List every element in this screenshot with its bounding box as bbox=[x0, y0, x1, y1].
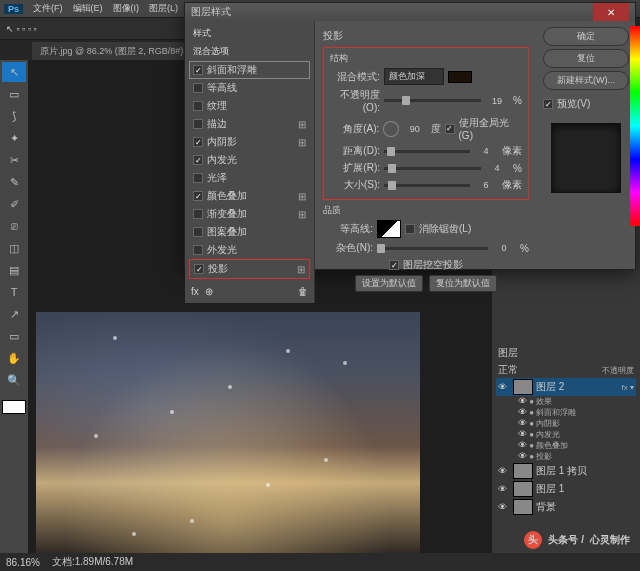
plus-icon[interactable]: ⊞ bbox=[298, 209, 306, 220]
visibility-icon[interactable]: 👁 bbox=[518, 407, 527, 417]
layer-row[interactable]: 👁 ● 内发光 bbox=[496, 429, 636, 440]
style-item[interactable]: 光泽 bbox=[189, 169, 310, 187]
add-icon[interactable]: ⊕ bbox=[205, 286, 213, 297]
gradient-tool[interactable]: ▤ bbox=[2, 260, 26, 280]
shape-tool[interactable]: ▭ bbox=[2, 326, 26, 346]
style-item[interactable]: 描边⊞ bbox=[189, 115, 310, 133]
visibility-icon[interactable]: 👁 bbox=[518, 429, 527, 439]
lasso-tool[interactable]: ⟆ bbox=[2, 106, 26, 126]
style-item[interactable]: 渐变叠加⊞ bbox=[189, 205, 310, 223]
blend-options[interactable]: 混合选项 bbox=[189, 43, 310, 60]
layer-thumb[interactable] bbox=[513, 463, 533, 479]
wand-tool[interactable]: ✦ bbox=[2, 128, 26, 148]
layer-thumb[interactable] bbox=[513, 379, 533, 395]
menu-file[interactable]: 文件(F) bbox=[29, 2, 67, 15]
style-checkbox[interactable] bbox=[193, 191, 203, 201]
layer-row[interactable]: 👁 ● 投影 bbox=[496, 451, 636, 462]
style-checkbox[interactable] bbox=[193, 101, 203, 111]
layer-name[interactable]: 背景 bbox=[536, 500, 556, 514]
style-checkbox[interactable] bbox=[194, 264, 204, 274]
style-item[interactable]: 图案叠加 bbox=[189, 223, 310, 241]
brush-tool[interactable]: ✐ bbox=[2, 194, 26, 214]
preview-checkbox[interactable] bbox=[543, 99, 553, 109]
visibility-icon[interactable]: 👁 bbox=[518, 451, 527, 461]
visibility-icon[interactable]: 👁 bbox=[518, 396, 527, 406]
zoom-level[interactable]: 86.16% bbox=[6, 557, 40, 568]
style-item[interactable]: 纹理 bbox=[189, 97, 310, 115]
menu-edit[interactable]: 编辑(E) bbox=[69, 2, 107, 15]
cancel-button[interactable]: 复位 bbox=[543, 49, 629, 68]
knockout-checkbox[interactable] bbox=[389, 260, 399, 270]
trash-icon[interactable]: 🗑 bbox=[298, 286, 308, 297]
layer-row[interactable]: 👁 ● 效果 bbox=[496, 396, 636, 407]
noise-slider[interactable] bbox=[377, 247, 488, 250]
style-item[interactable]: 斜面和浮雕 bbox=[189, 61, 310, 79]
layer-thumb[interactable] bbox=[513, 481, 533, 497]
layer-row[interactable]: 👁 ● 斜面和浮雕 bbox=[496, 407, 636, 418]
layer-row[interactable]: 👁背景 bbox=[496, 498, 636, 516]
color-picker-strip[interactable] bbox=[630, 26, 640, 226]
layer-row[interactable]: 👁图层 1 bbox=[496, 480, 636, 498]
plus-icon[interactable]: ⊞ bbox=[297, 264, 305, 275]
visibility-icon[interactable]: 👁 bbox=[518, 440, 527, 450]
contour-picker[interactable] bbox=[377, 220, 401, 238]
layer-name[interactable]: 图层 1 拷贝 bbox=[536, 464, 587, 478]
crop-tool[interactable]: ✂ bbox=[2, 150, 26, 170]
set-default-button[interactable]: 设置为默认值 bbox=[355, 275, 423, 292]
layer-row[interactable]: 👁图层 1 拷贝 bbox=[496, 462, 636, 480]
zoom-tool[interactable]: 🔍 bbox=[2, 370, 26, 390]
eraser-tool[interactable]: ◫ bbox=[2, 238, 26, 258]
menu-image[interactable]: 图像(I) bbox=[109, 2, 144, 15]
style-item[interactable]: 外发光 bbox=[189, 241, 310, 259]
layers-tab[interactable]: 图层 bbox=[496, 344, 636, 362]
eyedropper-tool[interactable]: ✎ bbox=[2, 172, 26, 192]
fx-icon[interactable]: fx bbox=[191, 286, 199, 297]
plus-icon[interactable]: ⊞ bbox=[298, 137, 306, 148]
foreground-color[interactable] bbox=[2, 400, 26, 414]
style-item[interactable]: 颜色叠加⊞ bbox=[189, 187, 310, 205]
layer-name[interactable]: 图层 2 bbox=[536, 380, 564, 394]
text-tool[interactable]: T bbox=[2, 282, 26, 302]
path-tool[interactable]: ↗ bbox=[2, 304, 26, 324]
new-style-button[interactable]: 新建样式(W)... bbox=[543, 71, 629, 90]
style-checkbox[interactable] bbox=[193, 83, 203, 93]
style-checkbox[interactable] bbox=[193, 245, 203, 255]
move-tool[interactable]: ↖ bbox=[2, 62, 26, 82]
visibility-icon[interactable]: 👁 bbox=[498, 502, 510, 512]
size-slider[interactable] bbox=[384, 184, 470, 187]
reset-default-button[interactable]: 复位为默认值 bbox=[429, 275, 497, 292]
fx-badge[interactable]: fx ▾ bbox=[622, 383, 634, 392]
layer-name[interactable]: 图层 1 bbox=[536, 482, 564, 496]
close-button[interactable]: ✕ bbox=[593, 3, 629, 21]
blend-select[interactable]: 颜色加深 bbox=[384, 68, 444, 85]
style-checkbox[interactable] bbox=[193, 155, 203, 165]
visibility-icon[interactable]: 👁 bbox=[518, 418, 527, 428]
spread-slider[interactable] bbox=[384, 167, 481, 170]
layer-row[interactable]: 👁图层 2fx ▾ bbox=[496, 378, 636, 396]
shadow-color[interactable] bbox=[448, 71, 472, 83]
layer-row[interactable]: 👁 ● 内阴影 bbox=[496, 418, 636, 429]
blend-mode[interactable]: 正常 bbox=[498, 363, 518, 377]
style-item[interactable]: 投影⊞ bbox=[189, 259, 310, 279]
angle-value[interactable]: 90 bbox=[403, 124, 427, 134]
style-checkbox[interactable] bbox=[193, 209, 203, 219]
ok-button[interactable]: 确定 bbox=[543, 27, 629, 46]
layer-row[interactable]: 👁 ● 颜色叠加 bbox=[496, 440, 636, 451]
opacity-slider[interactable] bbox=[384, 99, 481, 102]
visibility-icon[interactable]: 👁 bbox=[498, 382, 510, 392]
noise-value[interactable]: 0 bbox=[492, 243, 516, 253]
style-checkbox[interactable] bbox=[193, 119, 203, 129]
style-checkbox[interactable] bbox=[193, 227, 203, 237]
distance-value[interactable]: 4 bbox=[474, 146, 498, 156]
menu-layer[interactable]: 图层(L) bbox=[145, 2, 182, 15]
plus-icon[interactable]: ⊞ bbox=[298, 119, 306, 130]
angle-dial[interactable] bbox=[383, 121, 399, 137]
plus-icon[interactable]: ⊞ bbox=[298, 191, 306, 202]
visibility-icon[interactable]: 👁 bbox=[498, 484, 510, 494]
opacity-value[interactable]: 19 bbox=[485, 96, 509, 106]
style-item[interactable]: 内发光 bbox=[189, 151, 310, 169]
style-checkbox[interactable] bbox=[193, 137, 203, 147]
style-checkbox[interactable] bbox=[193, 173, 203, 183]
document-tab[interactable]: 原片.jpg @ 86.2% (图层 2, RGB/8#) * bbox=[32, 42, 197, 60]
layer-thumb[interactable] bbox=[513, 499, 533, 515]
